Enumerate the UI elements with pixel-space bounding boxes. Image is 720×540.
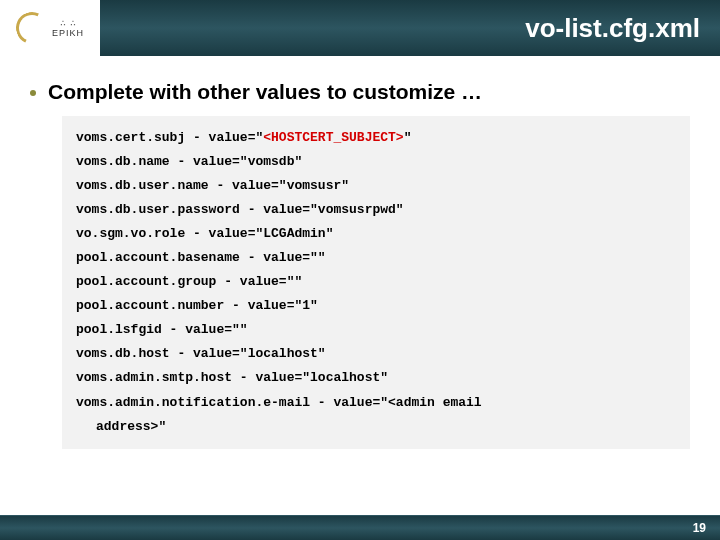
slide-footer: 19 (0, 516, 720, 540)
code-line: voms.cert.subj - value="<HOSTCERT_SUBJEC… (76, 126, 676, 150)
code-text: " (404, 130, 412, 145)
code-line: address>" (76, 415, 676, 439)
code-line: voms.admin.notification.e-mail - value="… (76, 391, 676, 415)
page-number: 19 (693, 521, 706, 535)
logo-name: EPIKH (52, 28, 84, 38)
code-line: pool.account.number - value="1" (76, 294, 676, 318)
bullet-item: Complete with other values to customize … (30, 80, 690, 104)
code-text: voms.cert.subj - value=" (76, 130, 263, 145)
slide-content: Complete with other values to customize … (0, 56, 720, 449)
logo-swirl-icon (11, 7, 52, 48)
code-line: voms.db.user.password - value="vomsusrpw… (76, 198, 676, 222)
logo: ⛬⛬ EPIKH (0, 0, 100, 56)
code-line: vo.sgm.vo.role - value="LCGAdmin" (76, 222, 676, 246)
heading-text: Complete with other values to customize … (48, 80, 482, 104)
code-line: voms.db.user.name - value="vomsusr" (76, 174, 676, 198)
code-line: voms.db.name - value="vomsdb" (76, 150, 676, 174)
bullet-icon (30, 90, 36, 96)
code-line: pool.lsfgid - value="" (76, 318, 676, 342)
code-line: voms.db.host - value="localhost" (76, 342, 676, 366)
code-block: voms.cert.subj - value="<HOSTCERT_SUBJEC… (62, 116, 690, 449)
slide-title: vo-list.cfg.xml (100, 13, 720, 44)
code-line: pool.account.group - value="" (76, 270, 676, 294)
code-placeholder: <HOSTCERT_SUBJECT> (263, 130, 403, 145)
code-line: pool.account.basename - value="" (76, 246, 676, 270)
logo-text: ⛬⛬ EPIKH (52, 18, 84, 38)
slide-header: ⛬⛬ EPIKH vo-list.cfg.xml (0, 0, 720, 56)
logo-map-icon: ⛬⛬ (58, 18, 78, 28)
code-line: voms.admin.smtp.host - value="localhost" (76, 366, 676, 390)
